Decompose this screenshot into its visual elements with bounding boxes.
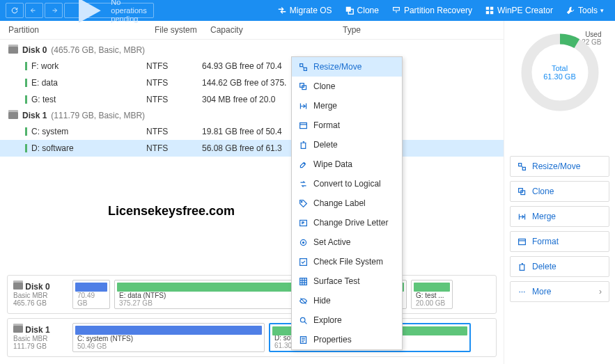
svg-point-22	[519, 291, 520, 292]
disk-row[interactable]: Disk 1 (111.79 GB, Basic, MBR)	[0, 108, 504, 123]
diskmap-segment[interactable]: G: test ...20.00 GB	[411, 280, 453, 309]
side-action-label: More	[532, 287, 551, 296]
ctx-clone[interactable]: Clone	[292, 77, 402, 96]
delete-icon	[299, 141, 308, 150]
segment-fill	[75, 326, 262, 335]
ctx-item-label: Properties	[313, 335, 352, 345]
disk-detail: (111.79 GB, Basic, MBR)	[51, 111, 145, 120]
ctx-item-label: Wipe Data	[313, 159, 352, 169]
side-format-button[interactable]: Format	[510, 231, 609, 252]
segment-label: G: test ...	[416, 292, 448, 299]
ctx-explore[interactable]: Explore	[292, 310, 402, 330]
side-merge-button[interactable]: Merge	[510, 206, 609, 227]
clone-icon	[517, 187, 527, 196]
svg-rect-5	[490, 11, 493, 14]
ctx-wipe-data[interactable]: Wipe Data	[292, 155, 402, 174]
partition-label: C: system	[31, 127, 68, 136]
ctx-surface-test[interactable]: Surface Test	[292, 271, 402, 291]
winpe-creator-button[interactable]: WinPE Creator	[479, 6, 559, 15]
convert-icon	[299, 180, 308, 189]
pending-ops-button[interactable]: No operations pending	[64, 3, 154, 18]
diskmap-bar: C: system (NTFS)50.49 GBD: software (NTF…	[72, 323, 490, 352]
segment-size: 20.00 GB	[416, 299, 448, 307]
ctx-merge[interactable]: Merge	[292, 96, 402, 116]
diskmap-bar: F: work (N...70.49 GBE: data (NTFS)375.2…	[72, 280, 490, 309]
disk-name: Disk 0	[22, 45, 47, 55]
partition-fs: NTFS	[146, 143, 202, 153]
ctx-check-file-system[interactable]: Check File System	[292, 252, 402, 271]
disk-name: Disk 1	[22, 111, 47, 120]
ctx-convert-to-logical[interactable]: Convert to Logical	[292, 174, 402, 193]
partition-row[interactable]: G: testNTFS304 MB free of 20.0	[0, 91, 504, 108]
explore-icon	[299, 316, 308, 325]
ctx-change-label[interactable]: Change Label	[292, 193, 402, 213]
disk-icon	[8, 47, 18, 54]
partition-recovery-button[interactable]: Partition Recovery	[386, 6, 478, 15]
partition-row[interactable]: C: systemNTFS19.81 GB free of 50.4Active…	[0, 123, 504, 140]
side-resize-move-button[interactable]: Resize/Move	[510, 156, 609, 177]
right-panel: Used5.22 GB Total 61.30 GB Resize/MoveCl…	[504, 21, 615, 364]
partition-color-bar	[25, 79, 27, 87]
ctx-hide[interactable]: Hide	[292, 291, 402, 310]
pending-ops-label: No operations pending	[111, 0, 148, 23]
resize-icon	[299, 63, 308, 72]
side-clone-button[interactable]: Clone	[510, 181, 609, 202]
more-icon	[517, 287, 527, 296]
partition-table-header: Partition File system Capacity Type	[0, 21, 504, 40]
svg-rect-21	[519, 239, 526, 244]
ctx-item-label: Hide	[313, 296, 331, 306]
disk-icon	[8, 112, 18, 119]
ctx-item-label: Change Drive Letter	[313, 218, 388, 228]
ctx-delete[interactable]: Delete	[292, 135, 402, 155]
ctx-set-active[interactable]: Set Active	[292, 232, 402, 252]
svg-point-23	[522, 291, 523, 292]
partition-label: D: software	[31, 143, 74, 153]
partition-label: G: test	[31, 95, 56, 104]
col-fs: File system	[155, 25, 210, 35]
total-label: Total	[552, 64, 568, 72]
redo-button[interactable]	[45, 3, 63, 18]
migrate-os-button[interactable]: Migrate OS	[272, 6, 338, 15]
format-icon	[517, 237, 527, 246]
segment-size: 70.49 GB	[77, 292, 105, 307]
disk-map: Disk 0Basic MBR465.76 GBF: work (N...70.…	[0, 267, 504, 364]
undo-button[interactable]	[25, 3, 43, 18]
partition-color-bar	[25, 144, 27, 152]
diskmap-sub2: 111.79 GB	[13, 342, 65, 350]
partition-row[interactable]: D: softwareNTFS56.08 GB free of 61.3	[0, 140, 504, 157]
partition-row[interactable]: E: dataNTFS144.62 GB free of 375.	[0, 74, 504, 91]
side-action-label: Delete	[532, 262, 556, 271]
partition-label: F: work	[31, 61, 59, 71]
svg-rect-3	[490, 7, 493, 10]
surface-icon	[299, 277, 308, 286]
diskmap-info: Disk 1Basic MBR111.79 GB	[13, 325, 65, 350]
side-more-button[interactable]: More›	[510, 281, 609, 302]
refresh-button[interactable]	[6, 3, 24, 18]
ctx-item-label: Resize/Move	[313, 62, 361, 72]
ctx-properties[interactable]: Properties	[292, 330, 402, 349]
side-action-label: Resize/Move	[532, 161, 580, 171]
partition-row[interactable]: F: workNTFS64.93 GB free of 70.4	[0, 58, 504, 74]
ctx-resize-move[interactable]: Resize/Move	[292, 57, 402, 77]
ctx-item-label: Change Label	[313, 198, 366, 208]
svg-point-12	[302, 241, 304, 243]
side-delete-button[interactable]: Delete	[510, 256, 609, 277]
clone-toolbar-button[interactable]: Clone	[339, 6, 384, 15]
windows-icon	[485, 6, 495, 15]
diskmap-name: Disk 1	[25, 325, 49, 335]
diskmap-row[interactable]: Disk 1Basic MBR111.79 GBC: system (NTFS)…	[7, 318, 497, 357]
svg-rect-14	[300, 278, 307, 285]
partition-color-bar	[25, 95, 27, 104]
ctx-item-label: Convert to Logical	[313, 179, 381, 189]
diskmap-segment[interactable]: F: work (N...70.49 GB	[72, 280, 110, 309]
tools-button[interactable]: Tools▾	[560, 6, 609, 15]
partition-fs: NTFS	[146, 127, 202, 136]
ctx-change-drive-letter[interactable]: Change Drive Letter	[292, 213, 402, 232]
ctx-item-label: Format	[313, 120, 340, 130]
disk-row[interactable]: Disk 0 (465.76 GB, Basic, MBR)	[0, 42, 504, 58]
diskmap-segment[interactable]: C: system (NTFS)50.49 GB	[72, 323, 265, 352]
active-icon	[299, 238, 308, 247]
ctx-format[interactable]: Format	[292, 116, 402, 135]
wrench-icon	[566, 6, 575, 15]
diskmap-row[interactable]: Disk 0Basic MBR465.76 GBF: work (N...70.…	[7, 275, 497, 314]
